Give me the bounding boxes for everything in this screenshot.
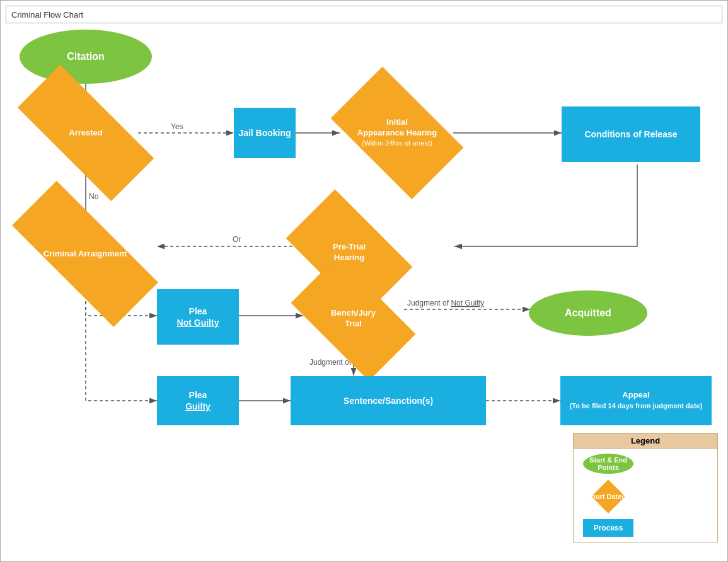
legend-row-oval: Start & End Points: [574, 449, 717, 479]
arrested-node: Arrested: [20, 103, 152, 163]
title-bar: Criminal Flow Chart: [6, 6, 722, 23]
legend-row-diamond: Court Date(s): [574, 479, 717, 514]
bench-jury-trial-node: Bench/JuryTrial: [298, 285, 408, 352]
jail-booking-node: Jail Booking: [234, 108, 296, 158]
acquitted-node: Acquitted: [529, 290, 647, 336]
svg-text:Yes: Yes: [171, 122, 183, 131]
legend-row-rect: Process: [574, 514, 717, 542]
legend-diamond-wrap: Court Date(s): [583, 484, 633, 509]
svg-text:Judgment of Not Guilty: Judgment of Not Guilty: [407, 299, 484, 307]
criminal-arraignment-node: Criminal Arraignment: [13, 222, 157, 285]
legend-rect: Process: [583, 519, 633, 537]
svg-text:No: No: [89, 192, 99, 201]
plea-not-guilty-node: PleaNot Guilty: [157, 289, 239, 345]
conditions-release-node: Conditions of Release: [562, 106, 700, 162]
plea-guilty-node: PleaGuilty: [157, 376, 239, 425]
legend-oval: Start & End Points: [583, 454, 633, 474]
page-container: Criminal Flow Chart Yes No Or: [0, 0, 728, 562]
legend-box: Legend Start & End Points Court Date(s) …: [573, 433, 718, 542]
chart-title: Criminal Flow Chart: [11, 10, 83, 20]
legend-title: Legend: [574, 433, 717, 449]
initial-appearance-node: InitialAppearance Hearing(Within 24hrs o…: [340, 96, 454, 169]
sentence-sanctions-node: Sentence/Sanction(s): [291, 376, 486, 425]
appeal-node: Appeal(To be filed 14 days from judgment…: [560, 376, 712, 425]
svg-text:Or: Or: [233, 235, 241, 244]
citation-node: Citation: [20, 30, 152, 84]
